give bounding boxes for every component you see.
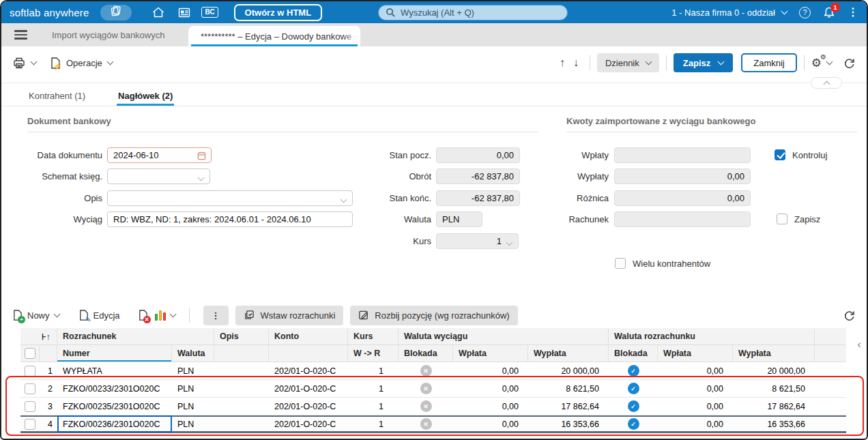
subheader-waluta[interactable]: Waluta (172, 345, 214, 362)
notifications-button[interactable]: 1 (823, 6, 835, 19)
collapse-header-button[interactable] (811, 77, 842, 89)
subheader-blokada-w[interactable]: Blokada (399, 345, 453, 362)
collapse-side-panel-button[interactable]: ‹ (857, 338, 861, 351)
subheader-blokada-r[interactable]: Blokada (609, 345, 658, 362)
cell-opis (214, 362, 269, 379)
subheader-opis (214, 345, 269, 362)
waluta-field: PLN (436, 211, 482, 227)
edycja-button[interactable]: ✎ Edycja (78, 309, 120, 321)
cell-sel[interactable] (20, 415, 40, 432)
tab-import-wyciagow[interactable]: Import wyciągów bankowych (40, 23, 188, 46)
wyciag-field[interactable]: RD: WBZ, ND: 1, zakres: 2024.06.01 - 202… (107, 211, 353, 227)
subheader-wplata-r[interactable]: Wpłata (658, 345, 733, 362)
label-wyplaty: Wypłaty (544, 168, 609, 184)
subheader-wyplata-w[interactable]: Wypłata (528, 345, 609, 362)
header-rozrachunek[interactable]: Rozrachunek (57, 328, 214, 345)
rozbij-pozycje-button[interactable]: Rozbij pozycję (wg rozrachunków) (350, 306, 517, 325)
blokada-off-icon: ✕ (420, 365, 432, 377)
cell-waluta: PLN (172, 398, 214, 415)
row-checkbox[interactable] (25, 383, 35, 394)
layers-icon (110, 5, 122, 19)
home-button[interactable] (147, 4, 170, 20)
settings-button[interactable]: ⚙ ⚙ (811, 57, 822, 69)
global-search[interactable] (378, 5, 568, 20)
dziennik-dropdown-button[interactable]: Dziennik (597, 53, 659, 72)
print-button[interactable] (12, 57, 36, 70)
label-opis: Opis (20, 190, 102, 206)
workspaces-button[interactable] (100, 5, 132, 20)
chevron-down-icon (106, 58, 113, 65)
subheader-wplata-w[interactable]: Wpłata (453, 345, 528, 362)
cell-waluta: PLN (172, 415, 214, 432)
grid-refresh-button[interactable] (843, 309, 856, 322)
move-down-button[interactable]: ↓ (569, 57, 583, 69)
kontroluj-checkbox[interactable] (775, 149, 785, 160)
table-row[interactable]: 2FZKO/00233/2301O020CPLN202/01-O-020-C1✕… (20, 380, 846, 398)
chart-menu-button[interactable] (155, 310, 175, 321)
zapisz-checkbox[interactable] (777, 214, 787, 224)
table-row[interactable]: 3FZKO/00235/2301O020CPLN202/01-O-020-C1✕… (20, 398, 846, 415)
subheader-wyplata-r[interactable]: Wypłata (733, 345, 815, 362)
zapisz-button[interactable]: Zapisz (674, 53, 733, 72)
hamburger-menu-button[interactable] (1, 23, 40, 46)
bc-icon: BC (201, 7, 218, 18)
cell-sel[interactable] (20, 380, 40, 397)
overflow-menu-button[interactable]: ⋮ (848, 7, 858, 18)
cell-sel[interactable] (20, 398, 40, 415)
new-document-icon: + (12, 309, 23, 321)
data-dokumentu-field[interactable]: 2024-06-10 (107, 147, 212, 163)
kontroluj-checkbox-row: Kontroluj (775, 149, 827, 160)
table-row[interactable]: 1WYPŁATAPLN202/01-O-020-C1✕0,0020 000,00… (20, 362, 846, 380)
schemat-dropdown[interactable] (107, 168, 210, 184)
news-button[interactable] (173, 4, 196, 20)
bc-button[interactable]: BC (199, 4, 222, 20)
table-row[interactable]: 4FZKO/00236/2301O020CPLN202/01-O-020-C1✕… (20, 415, 846, 433)
kurs-dropdown[interactable]: 1 (436, 233, 519, 249)
news-icon (177, 7, 191, 18)
opis-dropdown[interactable] (107, 190, 353, 206)
header-sort[interactable]: ⊦↑ (40, 328, 57, 345)
help-button[interactable]: ? (799, 7, 811, 18)
subheader-wr[interactable]: W -> R (348, 345, 399, 362)
header-filler (815, 328, 846, 345)
search-input[interactable] (401, 8, 560, 18)
subtab-naglowek[interactable]: Nagłówek (2) (117, 88, 174, 106)
operacje-menu-button[interactable]: ⚡ Operacje (50, 57, 113, 70)
select-all-checkbox[interactable] (25, 348, 35, 359)
section-kwoty-zaimportowane: Kwoty zaimportowane z wyciągu bankowego (566, 116, 857, 132)
header-waluta-rozrachunku[interactable]: Waluta rozrachunku (609, 328, 815, 345)
refresh-button[interactable] (843, 57, 856, 70)
zamknij-button[interactable]: Zamknij (741, 53, 797, 72)
move-up-button[interactable]: ↑ (555, 57, 569, 69)
header-konto[interactable]: Konto (269, 328, 348, 345)
nowy-button[interactable]: + Nowy (12, 309, 59, 321)
rachunek-field (614, 211, 751, 227)
cell-numer: FZKO/00236/2301O020C (57, 415, 172, 432)
row-checkbox[interactable] (25, 419, 35, 430)
wstaw-rozrachunki-button[interactable]: Wstaw rozrachunki (235, 306, 344, 325)
calendar-icon[interactable] (197, 151, 206, 160)
row-checkbox[interactable] (25, 366, 35, 377)
cell-opis (214, 415, 269, 432)
tab-edycja-dowody-bankowe[interactable]: ********** – Edycja – Dowody bankowe (188, 26, 360, 46)
wielu-kontrahentow-checkbox[interactable] (615, 258, 626, 269)
topbar: softlab anywhere (1, 1, 867, 23)
header-opis[interactable]: Opis (214, 328, 269, 345)
subtab-kontrahent[interactable]: Kontrahent (1) (27, 88, 87, 106)
cell-r_wyplata: 16 353,66 (733, 415, 815, 432)
cell-lp: 3 (40, 398, 57, 415)
cell-opis (214, 398, 269, 415)
cell-w_wyplata: 16 353,66 (528, 415, 609, 432)
label-wyciag: Wyciąg (20, 211, 102, 227)
section-dokument-bankowy: Dokument bankowy (27, 116, 538, 132)
more-actions-button[interactable]: ⋮ (203, 306, 229, 325)
header-waluta-wyciagu[interactable]: Waluta wyciągu (399, 328, 609, 345)
company-selector[interactable]: 1 - Nasza firma 0 - oddział (671, 8, 787, 18)
cell-sel[interactable] (20, 362, 40, 379)
row-checkbox[interactable] (25, 401, 35, 412)
header-kurs[interactable]: Kurs (348, 328, 399, 345)
delete-button[interactable]: ✕ (138, 309, 148, 321)
subheader-numer[interactable]: Numer (57, 345, 172, 362)
cell-kurs: 1 (348, 362, 399, 379)
open-in-html-button[interactable]: Otwórz w HTML (234, 4, 323, 21)
